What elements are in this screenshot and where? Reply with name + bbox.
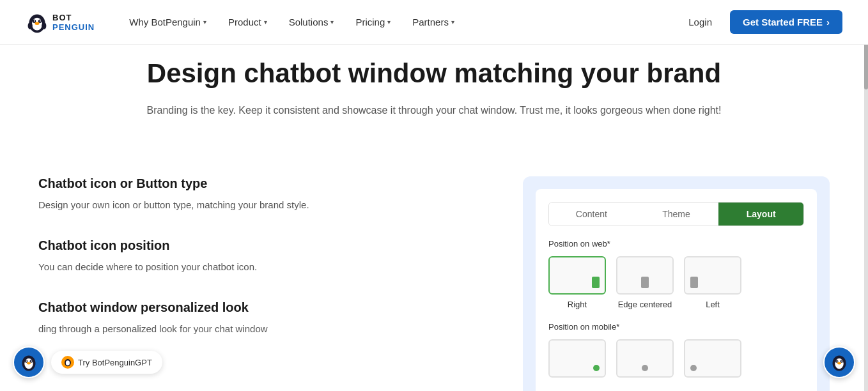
position-center[interactable]: Edge centered: [616, 256, 674, 309]
nav-item-solutions[interactable]: Solutions ▾: [280, 12, 343, 33]
position-mobile-right[interactable]: [548, 339, 606, 378]
svg-point-23: [841, 360, 842, 362]
tab-content[interactable]: Content: [549, 203, 634, 226]
panel-tabs: Content Theme Layout: [548, 202, 804, 226]
feature-desc-1: Design your own icon or button type, mat…: [38, 197, 484, 213]
position-mobile-left-box[interactable]: [684, 339, 741, 378]
tab-theme[interactable]: Theme: [634, 203, 719, 226]
svg-point-8: [42, 22, 46, 29]
logo[interactable]: BOT PENGUIN: [26, 11, 95, 34]
feature-title-1: Chatbot icon or Button type: [38, 176, 484, 191]
position-web-label: Position on web*: [548, 239, 804, 249]
position-right-dot: [592, 277, 600, 288]
feature-icon-type: Chatbot icon or Button type Design your …: [38, 176, 484, 213]
right-panel: Content Theme Layout Position on web* Ri…: [523, 176, 830, 391]
position-mobile-options: [548, 339, 804, 378]
svg-point-22: [837, 360, 838, 362]
svg-point-7: [28, 22, 33, 29]
position-mobile-center-dot: [642, 365, 648, 371]
position-center-box[interactable]: [616, 256, 674, 295]
position-left-dot: [690, 277, 698, 288]
nav-right: Login Get Started FREE ›: [681, 10, 842, 34]
chat-bubble[interactable]: Try BotPenguinGPT: [51, 351, 162, 374]
tab-layout[interactable]: Layout: [718, 203, 803, 226]
chevron-down-icon: ▾: [203, 19, 206, 26]
position-web-options: Right Edge centered Left: [548, 256, 804, 309]
position-mobile-label: Position on mobile*: [548, 322, 804, 332]
logo-text: BOT PENGUIN: [52, 13, 95, 32]
login-button[interactable]: Login: [681, 12, 720, 33]
position-mobile-left-dot: [690, 365, 697, 371]
position-mobile-left[interactable]: [684, 339, 741, 378]
position-left-box[interactable]: [684, 256, 741, 295]
nav-links: Why BotPenguin ▾ Product ▾ Solutions ▾ P…: [120, 12, 681, 33]
position-mobile-right-box[interactable]: [548, 339, 606, 378]
feature-desc-2: You can decide where to position your ch…: [38, 259, 484, 275]
page-subtitle: Branding is the key. Keep it consistent …: [38, 102, 830, 119]
nav-item-partners[interactable]: Partners ▾: [403, 12, 463, 33]
chevron-down-icon: ▾: [330, 19, 334, 26]
chevron-down-icon: ▾: [387, 19, 391, 26]
position-mobile-center-box[interactable]: [616, 339, 674, 378]
svg-point-4: [34, 20, 35, 21]
chat-widget-left: Try BotPenguinGPT: [13, 346, 162, 378]
svg-point-24: [837, 362, 841, 365]
position-left-label: Left: [706, 300, 720, 309]
panel-card: Content Theme Layout Position on web* Ri…: [536, 189, 817, 391]
svg-point-15: [27, 362, 31, 365]
left-content: Chatbot icon or Button type Design your …: [38, 176, 484, 362]
chevron-down-icon: ▾: [451, 19, 454, 26]
position-center-label: Edge centered: [618, 300, 672, 309]
chat-bot-icon: [61, 356, 74, 369]
position-right-label: Right: [568, 300, 587, 309]
svg-point-6: [35, 22, 39, 25]
position-right-box[interactable]: [548, 256, 606, 295]
svg-point-14: [31, 360, 32, 362]
chat-bubble-text: Try BotPenguinGPT: [78, 358, 152, 367]
position-left[interactable]: Left: [684, 256, 741, 309]
feature-window-look: Chatbot window personalized look ding th…: [38, 300, 484, 337]
scrollbar[interactable]: [864, 0, 868, 391]
position-mobile-center[interactable]: [616, 339, 674, 378]
navigation: BOT PENGUIN Why BotPenguin ▾ Product ▾ S…: [0, 0, 868, 45]
position-right[interactable]: Right: [548, 256, 606, 309]
feature-title-3: Chatbot window personalized look: [38, 300, 484, 315]
chat-avatar-right[interactable]: [823, 346, 855, 378]
chevron-down-icon: ▾: [264, 19, 267, 26]
nav-item-pricing[interactable]: Pricing ▾: [346, 12, 399, 33]
svg-point-5: [40, 20, 41, 21]
get-started-button[interactable]: Get Started FREE ›: [730, 10, 842, 34]
chat-avatar-left[interactable]: [13, 346, 45, 378]
nav-item-why[interactable]: Why BotPenguin ▾: [120, 12, 215, 33]
heading-section: Design chatbot window matching your bran…: [0, 45, 868, 119]
svg-point-17: [66, 360, 70, 365]
nav-item-product[interactable]: Product ▾: [219, 12, 276, 33]
chat-widget-right: [823, 346, 855, 378]
feature-icon-position: Chatbot icon position You can decide whe…: [38, 238, 484, 275]
svg-point-13: [26, 360, 27, 362]
position-center-dot: [641, 277, 649, 288]
feature-desc-3: ding through a personalized look for you…: [38, 321, 484, 337]
position-mobile-right-dot: [593, 365, 600, 371]
page-title: Design chatbot window matching your bran…: [38, 57, 830, 89]
feature-title-2: Chatbot icon position: [38, 238, 484, 253]
